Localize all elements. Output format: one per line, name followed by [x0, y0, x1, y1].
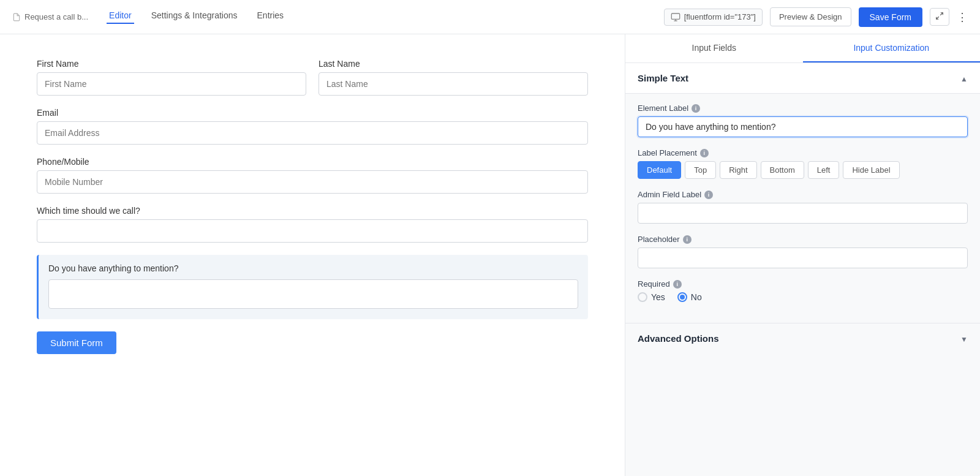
email-label: Email: [37, 108, 588, 118]
mention-label: Do you have anything to mention?: [48, 263, 578, 273]
submit-button[interactable]: Submit Form: [37, 331, 116, 354]
mention-group: Do you have anything to mention?: [37, 255, 588, 319]
admin-field-label-info-icon: i: [704, 191, 713, 199]
advanced-options-header[interactable]: Advanced Options: [625, 323, 980, 353]
save-button[interactable]: Save Form: [859, 7, 922, 27]
svg-line-3: [940, 13, 943, 15]
advanced-options-expand-icon[interactable]: [960, 333, 968, 344]
expand-button[interactable]: [930, 8, 949, 26]
tab-input-customization[interactable]: Input Customization: [803, 34, 981, 62]
simple-text-body: Element Label i Label Placement i Defaul…: [625, 94, 980, 323]
placement-hide-label[interactable]: Hide Label: [843, 161, 899, 179]
phone-group: Phone/Mobile: [37, 157, 588, 194]
more-button[interactable]: ⋮: [957, 10, 968, 24]
right-panel: Input Fields Input Customization Simple …: [625, 34, 980, 476]
required-yes-option[interactable]: Yes: [638, 292, 665, 302]
nav-left: Request a call b... Editor Settings & In…: [12, 10, 286, 24]
element-label-input[interactable]: [638, 116, 968, 137]
last-name-input[interactable]: [318, 72, 588, 96]
last-name-group: Last Name: [318, 59, 588, 96]
element-label-info-icon: i: [692, 104, 700, 113]
call-time-label: Which time should we call?: [37, 206, 588, 216]
placeholder-label: Placeholder i: [638, 235, 968, 244]
phone-input[interactable]: [37, 170, 588, 194]
placeholder-input[interactable]: [638, 247, 968, 268]
first-name-group: First Name: [37, 59, 306, 96]
element-label-label: Element Label i: [638, 104, 968, 113]
first-name-input[interactable]: [37, 72, 306, 96]
label-placement-label: Label Placement i: [638, 148, 968, 157]
form-area: First Name Last Name Email Phone/Mobile …: [0, 34, 625, 476]
panel-tabs: Input Fields Input Customization: [625, 34, 980, 63]
label-placement-info-icon: i: [700, 149, 709, 157]
element-label-row: Element Label i: [638, 104, 968, 137]
admin-field-label-input[interactable]: [638, 203, 968, 224]
call-time-group: Which time should we call?: [37, 206, 588, 243]
placement-top[interactable]: Top: [685, 161, 716, 179]
mention-textarea[interactable]: [48, 279, 578, 309]
simple-text-collapse-icon[interactable]: [960, 73, 968, 83]
placement-bottom[interactable]: Bottom: [761, 161, 804, 179]
placement-left[interactable]: Left: [808, 161, 840, 179]
main-layout: First Name Last Name Email Phone/Mobile …: [0, 34, 980, 476]
form-title: Request a call b...: [12, 12, 88, 21]
call-time-input[interactable]: [37, 219, 588, 243]
simple-text-header: Simple Text: [625, 63, 980, 94]
nav-tabs: Editor Settings & Integrations Entries: [107, 10, 286, 24]
first-name-label: First Name: [37, 59, 306, 69]
preview-button[interactable]: Preview & Design: [770, 7, 851, 26]
admin-field-label-label: Admin Field Label i: [638, 190, 968, 199]
required-yes-radio[interactable]: [638, 292, 647, 302]
required-row: Required i Yes No: [638, 279, 968, 302]
tab-editor[interactable]: Editor: [107, 10, 134, 24]
required-radio-group: Yes No: [638, 292, 968, 302]
required-no-option[interactable]: No: [677, 292, 702, 302]
required-label: Required i: [638, 279, 968, 289]
tab-entries[interactable]: Entries: [255, 10, 287, 24]
placeholder-row: Placeholder i: [638, 235, 968, 268]
svg-line-4: [937, 17, 939, 19]
placeholder-info-icon: i: [683, 235, 692, 244]
nav-right: [fluentform id="173"] Preview & Design S…: [664, 7, 968, 27]
label-placement-row: Label Placement i Default Top Right Bott…: [638, 148, 968, 179]
shortcode-box[interactable]: [fluentform id="173"]: [664, 9, 763, 26]
name-row: First Name Last Name: [37, 59, 588, 96]
phone-label: Phone/Mobile: [37, 157, 588, 167]
tab-input-fields[interactable]: Input Fields: [625, 34, 803, 62]
required-no-radio[interactable]: [677, 292, 687, 302]
placement-buttons: Default Top Right Bottom Left Hide Label: [638, 161, 968, 179]
svg-rect-0: [671, 13, 679, 19]
tab-settings[interactable]: Settings & Integrations: [149, 10, 240, 24]
required-info-icon: i: [673, 280, 682, 289]
admin-field-label-row: Admin Field Label i: [638, 190, 968, 224]
placement-right[interactable]: Right: [720, 161, 756, 179]
email-input[interactable]: [37, 121, 588, 145]
top-nav: Request a call b... Editor Settings & In…: [0, 0, 980, 34]
email-group: Email: [37, 108, 588, 145]
placement-default[interactable]: Default: [638, 161, 681, 179]
last-name-label: Last Name: [318, 59, 588, 69]
panel-content: Simple Text Element Label i Label Placem…: [625, 63, 980, 476]
